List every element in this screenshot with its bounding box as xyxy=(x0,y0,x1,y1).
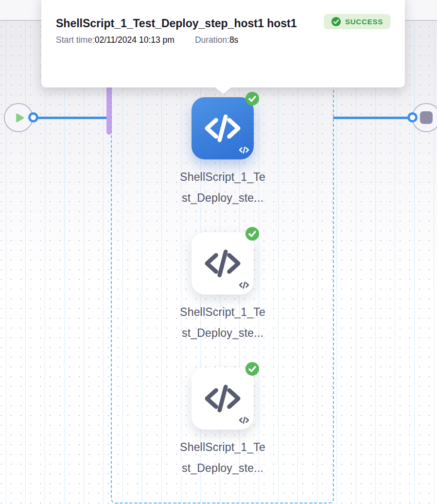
step-node-1-label: ShellScript_1_Te st_Deploy_ste... xyxy=(159,167,286,209)
status-badge-label: SUCCESS xyxy=(345,17,383,26)
start-time-label: Start time: xyxy=(56,35,95,45)
step-node-1[interactable] xyxy=(192,97,254,159)
step-label-line: st_Deploy_ste... xyxy=(159,188,286,209)
code-mini-icon xyxy=(239,281,249,291)
status-badge: SUCCESS xyxy=(324,14,390,29)
duration-label: Duration: xyxy=(195,35,229,45)
connector-port-start[interactable] xyxy=(28,112,38,122)
play-icon xyxy=(13,111,26,124)
step-label-line: st_Deploy_ste... xyxy=(159,458,286,479)
start-time-value: 02/11/2024 10:13 pm xyxy=(95,35,175,45)
tooltip-meta-row: Start time: 02/11/2024 10:13 pm Duration… xyxy=(56,35,390,45)
step-tooltip-card: ShellScript_1_Test_Deploy_step_host1 hos… xyxy=(41,0,405,87)
pipeline-execution-graph: ShellScript_1_Te st_Deploy_ste... xyxy=(0,0,437,504)
check-circle-icon xyxy=(331,17,341,27)
code-icon xyxy=(202,107,244,149)
link-stage-to-end xyxy=(333,117,411,119)
duration-value: 8s xyxy=(229,35,238,45)
code-mini-icon xyxy=(239,416,249,426)
tooltip-arrow xyxy=(214,87,232,94)
step-label-line: ShellScript_1_Te xyxy=(159,302,286,323)
code-icon xyxy=(202,378,244,419)
step-node-2[interactable] xyxy=(192,232,254,295)
connector-port-end[interactable] xyxy=(407,112,418,122)
stop-icon xyxy=(420,111,433,124)
step-label-line: ShellScript_1_Te xyxy=(159,437,286,458)
code-icon xyxy=(202,243,244,284)
step-node-3-label: ShellScript_1_Te st_Deploy_ste... xyxy=(159,437,286,479)
success-check-icon xyxy=(245,362,259,376)
step-label-line: ShellScript_1_Te xyxy=(159,167,286,188)
success-check-icon xyxy=(245,92,259,105)
step-node-2-label: ShellScript_1_Te st_Deploy_ste... xyxy=(159,302,286,344)
step-node-3[interactable] xyxy=(192,367,254,430)
code-mini-icon xyxy=(239,146,249,156)
step-label-line: st_Deploy_ste... xyxy=(159,323,286,344)
success-check-icon xyxy=(245,227,259,241)
tooltip-step-title: ShellScript_1_Test_Deploy_step_host1 hos… xyxy=(56,13,301,34)
link-start-to-stage xyxy=(35,117,109,119)
